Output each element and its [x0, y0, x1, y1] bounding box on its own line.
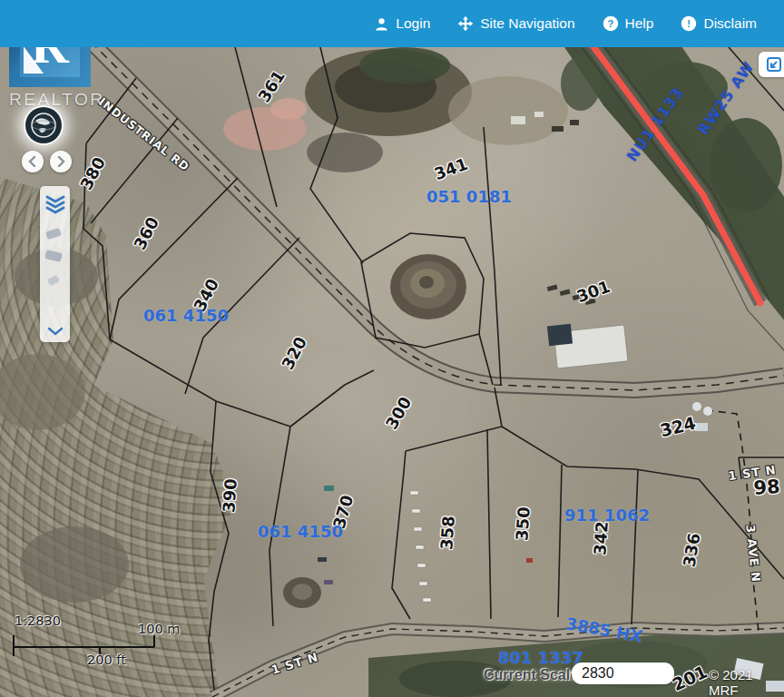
copyright-text: © 2021 MRF: [709, 667, 784, 697]
login-link[interactable]: Login: [374, 15, 430, 32]
exclamation-icon: !: [681, 15, 697, 32]
tool-icon[interactable]: [45, 228, 62, 241]
map-canvas[interactable]: 3613803603403203413013003243903703583503…: [0, 47, 784, 697]
logo-triangle: [24, 46, 44, 74]
header-bar: Login Site Navigation ? Help ! Disclaim: [0, 0, 784, 47]
chevron-down-icon[interactable]: [47, 326, 64, 337]
chevron-left-icon: [27, 156, 38, 167]
map-viewer-app: { "header": { "links": [ {"label": "Logi…: [0, 0, 784, 697]
chevron-right-icon: [55, 156, 66, 167]
site-navigation-link[interactable]: Site Navigation: [457, 15, 574, 32]
globe-icon: [30, 112, 57, 139]
next-extent-button[interactable]: [50, 151, 72, 172]
prev-extent-button[interactable]: [22, 151, 44, 172]
globe-home-button[interactable]: [25, 107, 62, 143]
resize-icon: [766, 56, 782, 73]
disclaim-link[interactable]: ! Disclaim: [681, 15, 757, 32]
scale-ratio: 1:2830: [15, 614, 61, 628]
question-icon: ?: [603, 15, 619, 32]
fullscreen-button[interactable]: [759, 52, 784, 77]
current-scale-input[interactable]: [572, 663, 674, 684]
scale-metric-label: 100 m: [138, 622, 180, 636]
user-icon: [374, 16, 389, 32]
disclaim-label: Disclaim: [703, 15, 757, 32]
tool-icon[interactable]: [44, 250, 63, 262]
roads: [91, 47, 784, 697]
svg-text:!: !: [688, 18, 691, 29]
logo-wordmark: REALTOR: [9, 90, 105, 110]
parcel-map-graphics: [0, 47, 784, 697]
map-tool-panel[interactable]: [40, 186, 70, 342]
help-label: Help: [625, 15, 654, 32]
buildings-vehicles: [318, 112, 784, 692]
current-scale-label: Current Scale:: [484, 667, 583, 683]
svg-text:?: ?: [607, 18, 613, 29]
tool-icon[interactable]: [47, 275, 60, 287]
excavation-craters: [283, 254, 466, 608]
scale-bar: [14, 635, 154, 656]
layers-collapse-icon[interactable]: [44, 191, 67, 215]
scale-imperial-label: 200 ft: [87, 653, 126, 667]
site-navigation-label: Site Navigation: [480, 15, 574, 32]
help-link[interactable]: ? Help: [603, 15, 654, 32]
avenue-dashed-line: [706, 410, 759, 632]
move-icon: [457, 15, 474, 32]
login-label: Login: [396, 15, 430, 32]
